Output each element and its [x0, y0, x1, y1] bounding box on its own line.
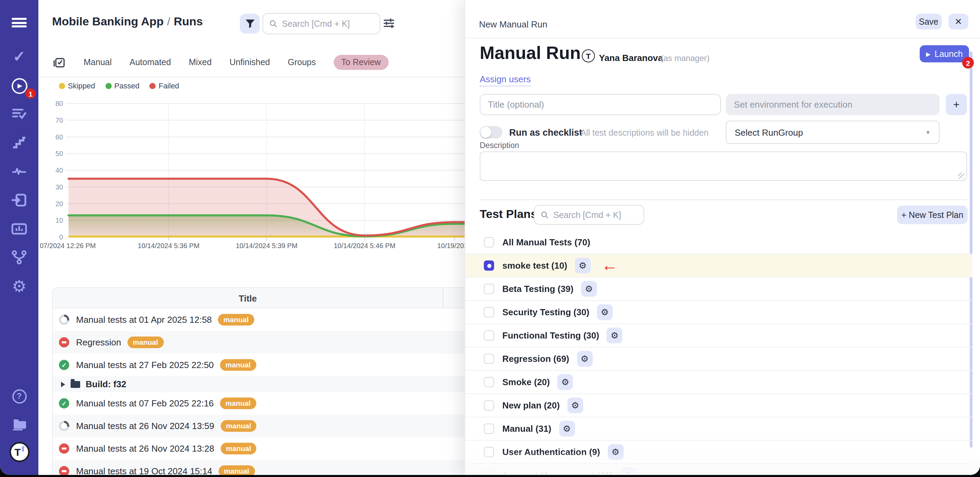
plan-settings-gear-icon[interactable]: ⚙	[581, 281, 597, 297]
plan-settings-gear-icon[interactable]: ⚙	[597, 304, 612, 320]
breadcrumb-project[interactable]: Mobile Banking App	[52, 15, 164, 28]
plan-settings-gear-icon[interactable]: ⚙	[557, 374, 573, 390]
plan-settings-gear-icon[interactable]: ⚙	[559, 421, 574, 437]
resize-handle[interactable]	[958, 173, 964, 179]
view-settings-icon[interactable]	[383, 18, 395, 32]
run-title[interactable]: Manual tests at 26 Nov 2024 13:59	[76, 421, 214, 431]
plan-settings-gear-icon[interactable]: ⚙	[574, 258, 590, 273]
test-plan-row[interactable]: Account Management (11)⚙	[465, 464, 972, 475]
test-plan-label[interactable]: Functional Testing (30)	[502, 330, 599, 340]
steps-icon[interactable]	[0, 134, 38, 151]
test-plan-label[interactable]: smoke test (10)	[502, 261, 567, 271]
plan-settings-gear-icon[interactable]: ⚙	[608, 444, 623, 460]
checkbox[interactable]	[484, 237, 494, 247]
plan-settings-gear-icon[interactable]: ⚙	[568, 398, 583, 413]
run-title[interactable]: Manual tests at 27 Feb 2025 22:50	[76, 360, 214, 370]
breadcrumb-page[interactable]: Runs	[174, 15, 203, 28]
run-title[interactable]: Build: f32	[86, 379, 126, 389]
tab-mixed[interactable]: Mixed	[189, 57, 212, 67]
test-plan-row[interactable]: smoke test (10)⚙←	[465, 254, 972, 278]
table-row[interactable]: Manual tests at 26 Nov 2024 13:59manual	[53, 415, 465, 437]
test-plan-label[interactable]: Account Management (11)	[502, 470, 612, 475]
test-plan-row[interactable]: Beta Testing (39)⚙	[465, 278, 972, 301]
tab-automated[interactable]: Automated	[129, 57, 171, 67]
test-plan-row[interactable]: All Manual Tests (70)	[465, 231, 972, 254]
plan-settings-gear-icon[interactable]: ⚙	[577, 351, 592, 367]
test-plan-label[interactable]: Regression (69)	[502, 354, 569, 364]
save-button[interactable]: Save	[916, 14, 942, 29]
table-row[interactable]: Build: f32	[53, 376, 465, 392]
test-plan-row[interactable]: Smoke (20)⚙	[465, 371, 972, 394]
table-row[interactable]: ✓Manual tests at 07 Feb 2025 22:16manual	[53, 392, 465, 415]
test-plan-label[interactable]: Security Testing (30)	[502, 307, 589, 317]
tab-groups[interactable]: Groups	[288, 57, 316, 67]
checkbox[interactable]	[484, 307, 494, 317]
legend-item[interactable]: Failed	[150, 81, 179, 90]
launch-button[interactable]: ▶Launch	[920, 45, 969, 62]
menu-icon[interactable]	[0, 14, 38, 32]
checkbox[interactable]	[484, 330, 494, 340]
test-plan-row[interactable]: Security Testing (30)⚙	[465, 301, 972, 324]
checkbox[interactable]	[484, 423, 494, 434]
checkbox-checked[interactable]	[484, 261, 494, 271]
run-title[interactable]: Manual tests at 07 Feb 2025 22:16	[76, 398, 214, 409]
add-environment-button[interactable]: +	[946, 94, 967, 115]
expand-caret-icon[interactable]	[61, 382, 65, 387]
run-title[interactable]: Manual tests at 01 Apr 2025 12:58	[76, 315, 212, 325]
run-as-checklist-toggle[interactable]	[480, 126, 502, 138]
checkmark-icon[interactable]: ✓	[0, 48, 38, 66]
tab-manual[interactable]: Manual	[84, 57, 112, 67]
help-icon[interactable]: ?	[0, 387, 38, 405]
logo-avatar[interactable]: T	[0, 443, 38, 461]
close-button[interactable]: ✕	[948, 14, 968, 29]
test-plan-label[interactable]: New plan (20)	[502, 400, 560, 410]
table-row[interactable]: Manual tests at 26 Nov 2024 13:28manual	[53, 437, 465, 460]
checkbox[interactable]	[484, 400, 494, 410]
tab-to-review[interactable]: To Review	[334, 55, 388, 70]
checkbox[interactable]	[484, 447, 494, 457]
description-textarea[interactable]	[480, 151, 967, 181]
test-plan-label[interactable]: Beta Testing (39)	[502, 284, 574, 294]
table-row[interactable]: Manual tests at 01 Apr 2025 12:58manual	[53, 308, 465, 331]
legend-item[interactable]: Skipped	[59, 81, 95, 90]
checkbox[interactable]	[484, 354, 494, 364]
test-plan-row[interactable]: Regression (69)⚙	[465, 347, 972, 371]
pulse-icon[interactable]	[0, 162, 38, 180]
run-title[interactable]: Manual tests at 26 Nov 2024 13:28	[76, 444, 214, 454]
select-all-icon[interactable]	[54, 56, 66, 68]
projects-folder-icon[interactable]	[0, 415, 38, 433]
test-plan-row[interactable]: Functional Testing (30)⚙	[465, 324, 972, 347]
test-plan-label[interactable]: All Manual Tests (70)	[502, 237, 590, 247]
table-row[interactable]: ✓Manual tests at 27 Feb 2025 22:50manual	[53, 354, 465, 376]
search-input[interactable]	[282, 19, 374, 29]
test-plan-row[interactable]: New plan (20)⚙	[465, 394, 972, 417]
test-plans-search-input[interactable]	[554, 210, 637, 219]
test-list-check-icon[interactable]	[0, 105, 38, 123]
plan-settings-gear-icon[interactable]: ⚙	[620, 467, 636, 475]
test-plan-label[interactable]: Smoke (20)	[502, 377, 550, 387]
analytics-chart-icon[interactable]	[0, 220, 38, 238]
run-title[interactable]: Regression	[76, 337, 121, 347]
filter-button[interactable]	[240, 14, 260, 33]
rungroup-select[interactable]: Select RunGroup▼	[726, 121, 940, 144]
test-plan-row[interactable]: User Authentication (9)⚙	[465, 441, 972, 464]
test-plan-row[interactable]: Manual (31)⚙	[465, 417, 972, 441]
table-row[interactable]: Manual tests at 19 Oct 2024 15:14manual	[53, 460, 465, 475]
legend-item[interactable]: Passed	[105, 81, 140, 90]
sign-in-icon[interactable]	[0, 191, 38, 209]
tab-unfinished[interactable]: Unfinished	[229, 57, 270, 67]
assign-users-link[interactable]: Assign users	[480, 74, 531, 86]
test-plan-label[interactable]: Manual (31)	[502, 423, 551, 434]
checkbox[interactable]	[484, 284, 494, 294]
table-row[interactable]: Regressionmanual	[53, 331, 465, 354]
run-title-input[interactable]	[480, 94, 721, 115]
checkbox[interactable]	[484, 470, 494, 475]
settings-gear-icon[interactable]: ⚙	[0, 278, 38, 296]
test-plan-label[interactable]: User Authentication (9)	[502, 447, 600, 457]
run-title[interactable]: Manual tests at 19 Oct 2024 15:14	[76, 466, 212, 475]
new-test-plan-button[interactable]: + New Test Plan	[897, 206, 968, 224]
branch-icon[interactable]	[0, 248, 38, 266]
plan-settings-gear-icon[interactable]: ⚙	[607, 328, 623, 343]
environment-input[interactable]	[726, 94, 940, 115]
checkbox[interactable]	[484, 377, 494, 387]
